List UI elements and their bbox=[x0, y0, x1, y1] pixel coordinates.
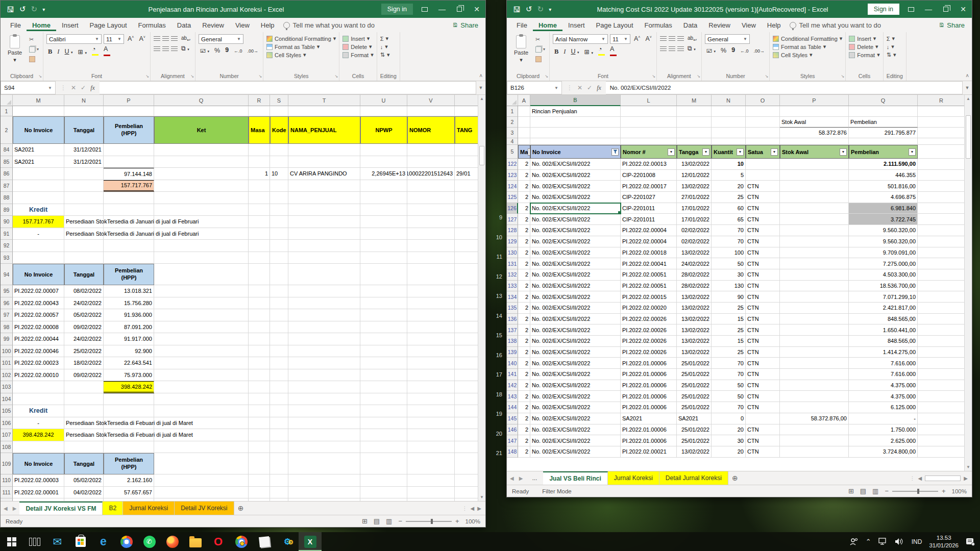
paste-button[interactable]: Paste▾ bbox=[4, 34, 26, 63]
cell-R89[interactable] bbox=[249, 204, 270, 216]
font-color-button[interactable]: A bbox=[102, 46, 112, 57]
next-sheet-icon[interactable]: ▶ bbox=[519, 475, 523, 481]
filter-dropdown-icon[interactable]: ▼ bbox=[840, 148, 847, 156]
row-header-142[interactable]: 142 bbox=[507, 380, 518, 391]
cell-Q96[interactable] bbox=[154, 297, 249, 310]
taskbar-file-explorer-icon[interactable] bbox=[184, 532, 207, 551]
cell-O126[interactable]: CTN bbox=[746, 203, 780, 214]
cell-P5[interactable]: Stok Awal▼ bbox=[780, 145, 849, 159]
cell-W108[interactable] bbox=[455, 441, 478, 454]
cell-R95[interactable] bbox=[249, 285, 270, 297]
cell-T98[interactable] bbox=[288, 321, 360, 334]
accounting-format-button[interactable]: 🖃 ▾ bbox=[705, 47, 717, 54]
sign-in-button[interactable]: Sign in bbox=[381, 4, 413, 15]
cell-O133[interactable]: CTN bbox=[746, 281, 780, 292]
cell-U102[interactable] bbox=[360, 369, 407, 382]
row-header-139[interactable]: 139 bbox=[507, 347, 518, 358]
row-header-110[interactable]: 110 bbox=[1, 474, 13, 487]
cell-N142[interactable]: 50 bbox=[712, 380, 746, 391]
row-header-98[interactable]: 98 bbox=[1, 321, 13, 334]
cell-L147[interactable]: PI.2022.01.00006 bbox=[621, 435, 677, 446]
tell-me-box[interactable]: Tell me what you want to do bbox=[283, 21, 375, 29]
cell-M122[interactable]: 13/02/2022 bbox=[677, 159, 712, 170]
cell-A143[interactable]: 2 bbox=[518, 391, 530, 402]
cell-T104[interactable] bbox=[288, 393, 360, 406]
cell-U93[interactable] bbox=[360, 252, 407, 264]
font-size-combo[interactable]: 11▼ bbox=[104, 34, 124, 44]
cell-M145[interactable]: SA2021 bbox=[677, 413, 712, 424]
cell-M146[interactable]: 25/01/2022 bbox=[677, 424, 712, 436]
cell-T109[interactable] bbox=[288, 453, 360, 474]
cell-L146[interactable]: PI.2022.01.00006 bbox=[621, 424, 677, 436]
cell-Q84[interactable] bbox=[154, 144, 249, 156]
cell-A123[interactable]: 2 bbox=[518, 170, 530, 181]
cell-P130[interactable] bbox=[780, 247, 849, 259]
filter-dropdown-icon[interactable]: ▼ bbox=[737, 148, 744, 156]
cell-W100[interactable] bbox=[455, 345, 478, 358]
cell-L128[interactable]: PI.2022.02.00004 bbox=[621, 225, 677, 236]
comma-style-button[interactable]: 𝟗 bbox=[730, 46, 737, 54]
cell-O123[interactable] bbox=[746, 170, 780, 181]
scroll-up-icon[interactable]: ▲ bbox=[965, 95, 972, 103]
cell-Q126[interactable]: 6.981.840 bbox=[849, 203, 918, 214]
cell-Q101[interactable] bbox=[154, 357, 249, 369]
cell-M130[interactable]: 13/02/2022 bbox=[677, 247, 712, 259]
cell-N109[interactable]: Tanggal bbox=[64, 453, 104, 474]
cell-O129[interactable]: CTN bbox=[746, 236, 780, 247]
cell-N146[interactable]: 20 bbox=[712, 424, 746, 436]
name-box[interactable]: S94▼ bbox=[1, 81, 56, 94]
cell-L141[interactable]: PI.2022.01.00006 bbox=[621, 369, 677, 380]
grid[interactable]: ABLMNOPQR1Rincian Penjualan2Stok AwalPem… bbox=[507, 95, 964, 471]
bold-button[interactable]: B bbox=[553, 48, 560, 56]
cell-M103[interactable] bbox=[13, 381, 64, 393]
cell-V93[interactable] bbox=[407, 252, 455, 264]
collapse-ribbon-icon[interactable]: ˄ bbox=[966, 73, 969, 79]
cell-N139[interactable]: 25 bbox=[712, 347, 746, 358]
cell-A132[interactable]: 2 bbox=[518, 269, 530, 281]
cell-W106[interactable] bbox=[455, 417, 478, 430]
cell-B3[interactable] bbox=[530, 128, 621, 138]
cell-R1[interactable] bbox=[918, 106, 964, 117]
cell-N136[interactable]: 15 bbox=[712, 314, 746, 325]
ribbon-display-options-icon[interactable] bbox=[902, 1, 920, 18]
cell-U107[interactable] bbox=[360, 429, 407, 441]
cell-S89[interactable] bbox=[270, 204, 288, 216]
cell-V101[interactable] bbox=[407, 357, 455, 369]
cell-M131[interactable]: 24/02/2022 bbox=[677, 258, 712, 269]
cell-L129[interactable]: PI.2022.02.00004 bbox=[621, 236, 677, 247]
close-button[interactable]: ✕ bbox=[468, 1, 485, 18]
ribbon-display-options-icon[interactable] bbox=[416, 1, 433, 18]
row-header-87[interactable]: 87 bbox=[1, 180, 13, 192]
formula-bar-expand-icon[interactable]: ▼ bbox=[476, 81, 485, 94]
row-header-97[interactable]: 97 bbox=[1, 309, 13, 321]
cell-Q97[interactable] bbox=[154, 309, 249, 321]
cell-L145[interactable]: SA2021 bbox=[621, 413, 677, 424]
cell-A144[interactable]: 2 bbox=[518, 402, 530, 413]
cell-L138[interactable]: PI.2022.02.00026 bbox=[621, 336, 677, 347]
cell-T86[interactable]: CV ARIRA PANGINDO bbox=[288, 168, 360, 180]
cell-W104[interactable] bbox=[455, 393, 478, 406]
cell-P127[interactable] bbox=[780, 214, 849, 225]
cell-Q4[interactable] bbox=[849, 138, 918, 145]
cell-N110[interactable]: 05/02/2022 bbox=[64, 474, 104, 487]
align-icon[interactable] bbox=[171, 36, 178, 41]
cell-T110[interactable] bbox=[288, 474, 360, 487]
cell-V107[interactable] bbox=[407, 429, 455, 441]
cell-N112[interactable]: 12/02/2022 bbox=[64, 498, 104, 501]
cell-M139[interactable]: 13/02/2022 bbox=[677, 347, 712, 358]
cell-U92[interactable] bbox=[360, 240, 407, 252]
cell-P143[interactable] bbox=[780, 391, 849, 402]
column-header-M[interactable]: M bbox=[13, 95, 64, 106]
cell-R100[interactable] bbox=[249, 345, 270, 358]
prev-sheet-icon[interactable]: ◀ bbox=[4, 506, 8, 511]
cell-P109[interactable]: Pembelian (HPP) bbox=[104, 453, 154, 474]
cell-Q136[interactable]: 848.565,00 bbox=[849, 314, 918, 325]
cell-R143[interactable] bbox=[918, 391, 964, 402]
font-name-combo[interactable]: Calibri▼ bbox=[46, 34, 102, 44]
cell-Q88[interactable] bbox=[154, 192, 249, 204]
cell-Q140[interactable]: 7.616.000 bbox=[849, 358, 918, 369]
row-header-129[interactable]: 129 bbox=[507, 236, 518, 247]
cell-S85[interactable] bbox=[270, 156, 288, 168]
cell-O142[interactable]: CTN bbox=[746, 380, 780, 391]
clipboard-dialog-launcher-icon[interactable]: ↘ bbox=[545, 74, 548, 79]
